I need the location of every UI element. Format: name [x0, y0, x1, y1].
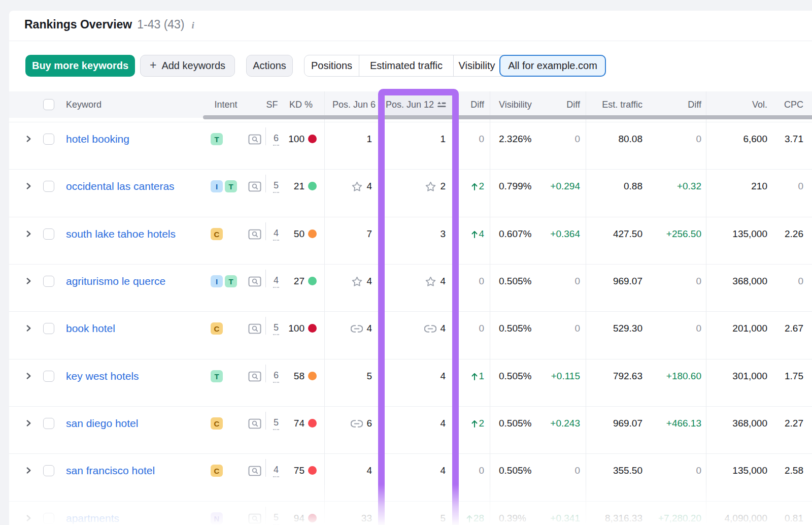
visibility-diff: 0	[542, 274, 580, 288]
view-tab-estimated-traffic[interactable]: Estimated traffic	[359, 55, 454, 76]
visibility-diff: +0.115	[542, 369, 580, 383]
column-header-visibility[interactable]: Visibility	[499, 91, 532, 118]
est-traffic-diff: 0	[651, 464, 701, 478]
position-jun6: 5	[329, 369, 372, 383]
column-header-kd[interactable]: KD %	[278, 91, 313, 118]
position-jun6: 4	[329, 274, 372, 288]
keyword-link[interactable]: key west hotels	[66, 369, 139, 383]
expand-chevron-icon[interactable]	[25, 467, 32, 474]
intent-badge-T: T	[225, 275, 237, 287]
buy-more-keywords-button[interactable]: Buy more keywords	[25, 55, 135, 77]
volume-value: 135,000	[713, 227, 767, 241]
star-icon	[351, 181, 363, 192]
cpc-value: 2.67	[770, 321, 803, 336]
keyword-link[interactable]: hotel booking	[66, 132, 129, 146]
row-checkbox[interactable]	[43, 371, 54, 382]
cpc-value: 0	[770, 274, 803, 288]
cpc-value: 3.71	[770, 132, 803, 146]
view-tab-visibility[interactable]: Visibility	[454, 55, 500, 76]
volume-value: 301,000	[713, 369, 767, 383]
keyword-link[interactable]: book hotel	[66, 321, 115, 336]
sf-divider	[265, 175, 266, 192]
visibility-value: 0.505%	[499, 274, 531, 288]
info-icon[interactable]: i	[192, 20, 194, 31]
rankings-overview-card: Rankings Overview 1-43 (43) i Buy more k…	[9, 11, 812, 525]
column-header-sf[interactable]: SF	[264, 91, 280, 118]
select-all-checkbox[interactable]	[43, 99, 54, 110]
kd-value: 74	[276, 416, 304, 431]
keyword-link[interactable]: south lake tahoe hotels	[66, 227, 176, 241]
plus-icon: +	[150, 58, 156, 72]
add-keywords-button[interactable]: +Add keywords	[140, 55, 235, 77]
row-checkbox[interactable]	[43, 181, 54, 192]
intent-badge-C: C	[211, 417, 223, 430]
up-arrow-icon	[471, 419, 478, 428]
kd-value: 27	[276, 274, 304, 288]
cpc-value: 2.26	[770, 227, 803, 241]
link-icon	[351, 324, 363, 333]
expand-chevron-icon[interactable]	[25, 373, 32, 379]
est-traffic-value: 80.08	[593, 132, 642, 146]
est-traffic-diff: +0.32	[651, 179, 701, 193]
position-diff: 2	[458, 416, 484, 431]
expand-chevron-icon[interactable]	[25, 325, 32, 332]
row-checkbox[interactable]	[43, 134, 54, 145]
add-keywords-label: Add keywords	[161, 60, 225, 72]
intent-badge-C: C	[211, 465, 223, 477]
expand-chevron-icon[interactable]	[25, 231, 32, 237]
keyword-link[interactable]: agriturismo le querce	[66, 274, 165, 288]
expand-chevron-icon[interactable]	[25, 183, 32, 189]
row-checkbox[interactable]	[43, 228, 54, 240]
kd-difficulty-dot	[308, 466, 317, 475]
position-diff: 0	[458, 274, 484, 288]
view-tab-all-for-example-com[interactable]: All for example.com	[499, 55, 606, 77]
est-traffic-value: 355.50	[593, 464, 642, 478]
position-diff: 1	[458, 369, 484, 383]
column-divider	[490, 91, 490, 525]
position-diff: 0	[458, 464, 484, 478]
intent-badges: T	[211, 370, 223, 382]
horizontal-scrollbar[interactable]	[203, 115, 812, 119]
visibility-diff: +0.294	[542, 179, 580, 193]
keyword-link[interactable]: occidental las canteras	[66, 179, 175, 193]
column-header-diff3[interactable]: Diff	[671, 91, 701, 118]
kd-value: 100	[276, 132, 304, 146]
kd-difficulty-dot	[308, 277, 317, 285]
est-traffic-value: 792.63	[593, 369, 642, 383]
row-checkbox[interactable]	[43, 323, 54, 334]
est-traffic-value: 969.07	[593, 416, 642, 431]
column-header-diff2[interactable]: Diff	[550, 91, 580, 118]
sf-divider	[265, 222, 266, 240]
column-header-keyword[interactable]: Keyword	[66, 91, 101, 118]
est-traffic-diff: 0	[651, 321, 701, 336]
kd-difficulty-dot	[308, 419, 317, 428]
column-header-pos-jun6[interactable]: Pos. Jun 6	[329, 91, 376, 118]
visibility-value: 2.326%	[499, 132, 531, 146]
column-header-est-traffic[interactable]: Est. traffic	[592, 91, 642, 118]
column-header-diff1[interactable]: Diff	[461, 91, 484, 118]
up-arrow-icon	[471, 182, 478, 191]
row-checkbox[interactable]	[43, 276, 54, 287]
keyword-link[interactable]: san diego hotel	[66, 416, 138, 431]
kd-value: 21	[276, 179, 304, 193]
row-checkbox[interactable]	[43, 418, 54, 429]
column-header-cpc[interactable]: CPC	[773, 91, 803, 118]
position-jun6: 7	[329, 227, 372, 241]
column-header-vol[interactable]: Vol.	[717, 91, 767, 118]
column-header-intent[interactable]: Intent	[210, 91, 242, 118]
position-diff: 2	[458, 179, 484, 193]
position-diff: 0	[458, 321, 484, 336]
row-checkbox[interactable]	[43, 465, 54, 476]
view-tab-positions[interactable]: Positions	[304, 55, 359, 76]
expand-chevron-icon[interactable]	[25, 136, 32, 142]
expand-chevron-icon[interactable]	[25, 278, 32, 284]
serp-features-icon	[248, 274, 261, 288]
results-range: 1-43 (43)	[137, 18, 184, 31]
serp-features-icon	[248, 179, 261, 193]
keyword-link[interactable]: san francisco hotel	[66, 464, 155, 478]
visibility-value: 0.505%	[499, 464, 531, 478]
actions-button[interactable]: Actions	[246, 55, 293, 77]
volume-value: 368,000	[713, 274, 767, 288]
position-jun6: 1	[329, 132, 372, 146]
expand-chevron-icon[interactable]	[25, 420, 32, 426]
